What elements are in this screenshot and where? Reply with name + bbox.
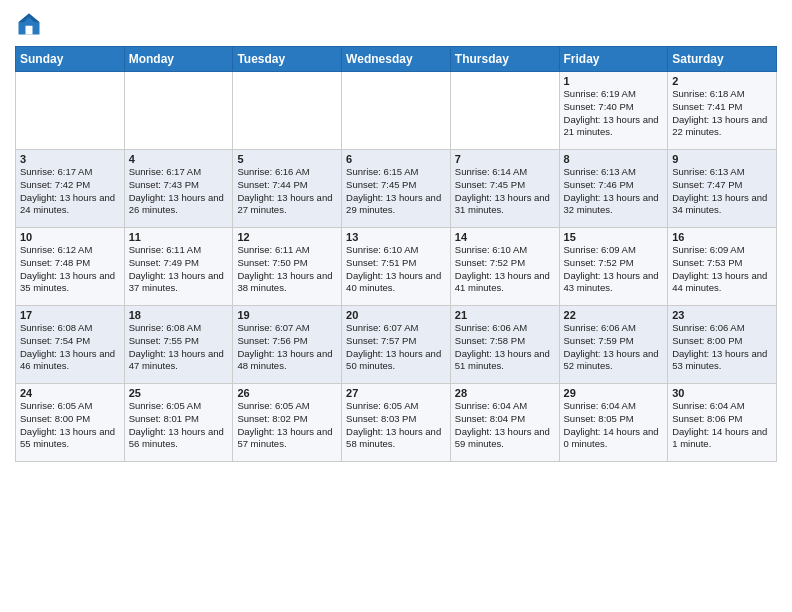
day-info: Sunrise: 6:10 AM Sunset: 7:52 PM Dayligh… [455, 244, 555, 295]
col-header-sunday: Sunday [16, 47, 125, 72]
week-row-2: 3Sunrise: 6:17 AM Sunset: 7:42 PM Daylig… [16, 150, 777, 228]
header-row: SundayMondayTuesdayWednesdayThursdayFrid… [16, 47, 777, 72]
calendar-cell [233, 72, 342, 150]
day-info: Sunrise: 6:17 AM Sunset: 7:43 PM Dayligh… [129, 166, 229, 217]
calendar-cell: 23Sunrise: 6:06 AM Sunset: 8:00 PM Dayli… [668, 306, 777, 384]
calendar-cell: 27Sunrise: 6:05 AM Sunset: 8:03 PM Dayli… [342, 384, 451, 462]
day-number: 10 [20, 231, 120, 243]
col-header-wednesday: Wednesday [342, 47, 451, 72]
col-header-monday: Monday [124, 47, 233, 72]
day-info: Sunrise: 6:19 AM Sunset: 7:40 PM Dayligh… [564, 88, 664, 139]
day-info: Sunrise: 6:04 AM Sunset: 8:04 PM Dayligh… [455, 400, 555, 451]
logo-icon [15, 10, 43, 38]
day-info: Sunrise: 6:06 AM Sunset: 7:59 PM Dayligh… [564, 322, 664, 373]
calendar-cell [450, 72, 559, 150]
header [15, 10, 777, 38]
day-info: Sunrise: 6:05 AM Sunset: 8:01 PM Dayligh… [129, 400, 229, 451]
day-number: 6 [346, 153, 446, 165]
day-info: Sunrise: 6:08 AM Sunset: 7:55 PM Dayligh… [129, 322, 229, 373]
day-info: Sunrise: 6:15 AM Sunset: 7:45 PM Dayligh… [346, 166, 446, 217]
week-row-4: 17Sunrise: 6:08 AM Sunset: 7:54 PM Dayli… [16, 306, 777, 384]
calendar-cell [124, 72, 233, 150]
week-row-1: 1Sunrise: 6:19 AM Sunset: 7:40 PM Daylig… [16, 72, 777, 150]
calendar-cell: 3Sunrise: 6:17 AM Sunset: 7:42 PM Daylig… [16, 150, 125, 228]
day-info: Sunrise: 6:09 AM Sunset: 7:52 PM Dayligh… [564, 244, 664, 295]
week-row-5: 24Sunrise: 6:05 AM Sunset: 8:00 PM Dayli… [16, 384, 777, 462]
day-number: 30 [672, 387, 772, 399]
day-info: Sunrise: 6:10 AM Sunset: 7:51 PM Dayligh… [346, 244, 446, 295]
day-info: Sunrise: 6:11 AM Sunset: 7:49 PM Dayligh… [129, 244, 229, 295]
calendar-cell: 26Sunrise: 6:05 AM Sunset: 8:02 PM Dayli… [233, 384, 342, 462]
calendar-cell: 10Sunrise: 6:12 AM Sunset: 7:48 PM Dayli… [16, 228, 125, 306]
calendar-cell: 15Sunrise: 6:09 AM Sunset: 7:52 PM Dayli… [559, 228, 668, 306]
day-info: Sunrise: 6:07 AM Sunset: 7:57 PM Dayligh… [346, 322, 446, 373]
day-number: 5 [237, 153, 337, 165]
day-info: Sunrise: 6:07 AM Sunset: 7:56 PM Dayligh… [237, 322, 337, 373]
col-header-friday: Friday [559, 47, 668, 72]
day-number: 21 [455, 309, 555, 321]
day-number: 20 [346, 309, 446, 321]
day-number: 7 [455, 153, 555, 165]
day-info: Sunrise: 6:14 AM Sunset: 7:45 PM Dayligh… [455, 166, 555, 217]
day-info: Sunrise: 6:05 AM Sunset: 8:00 PM Dayligh… [20, 400, 120, 451]
calendar-cell: 18Sunrise: 6:08 AM Sunset: 7:55 PM Dayli… [124, 306, 233, 384]
day-info: Sunrise: 6:18 AM Sunset: 7:41 PM Dayligh… [672, 88, 772, 139]
day-info: Sunrise: 6:05 AM Sunset: 8:03 PM Dayligh… [346, 400, 446, 451]
calendar-cell: 25Sunrise: 6:05 AM Sunset: 8:01 PM Dayli… [124, 384, 233, 462]
day-number: 13 [346, 231, 446, 243]
day-number: 23 [672, 309, 772, 321]
svg-rect-2 [26, 26, 33, 35]
day-info: Sunrise: 6:04 AM Sunset: 8:05 PM Dayligh… [564, 400, 664, 451]
page-container: SundayMondayTuesdayWednesdayThursdayFrid… [0, 0, 792, 472]
day-info: Sunrise: 6:06 AM Sunset: 7:58 PM Dayligh… [455, 322, 555, 373]
col-header-saturday: Saturday [668, 47, 777, 72]
day-info: Sunrise: 6:09 AM Sunset: 7:53 PM Dayligh… [672, 244, 772, 295]
calendar-cell: 19Sunrise: 6:07 AM Sunset: 7:56 PM Dayli… [233, 306, 342, 384]
calendar-cell: 4Sunrise: 6:17 AM Sunset: 7:43 PM Daylig… [124, 150, 233, 228]
day-number: 28 [455, 387, 555, 399]
day-number: 4 [129, 153, 229, 165]
day-number: 19 [237, 309, 337, 321]
day-number: 12 [237, 231, 337, 243]
calendar-cell: 6Sunrise: 6:15 AM Sunset: 7:45 PM Daylig… [342, 150, 451, 228]
calendar-cell: 14Sunrise: 6:10 AM Sunset: 7:52 PM Dayli… [450, 228, 559, 306]
day-number: 14 [455, 231, 555, 243]
day-number: 9 [672, 153, 772, 165]
calendar-cell: 22Sunrise: 6:06 AM Sunset: 7:59 PM Dayli… [559, 306, 668, 384]
day-number: 1 [564, 75, 664, 87]
calendar-cell: 16Sunrise: 6:09 AM Sunset: 7:53 PM Dayli… [668, 228, 777, 306]
day-info: Sunrise: 6:13 AM Sunset: 7:47 PM Dayligh… [672, 166, 772, 217]
week-row-3: 10Sunrise: 6:12 AM Sunset: 7:48 PM Dayli… [16, 228, 777, 306]
day-number: 2 [672, 75, 772, 87]
calendar-cell: 24Sunrise: 6:05 AM Sunset: 8:00 PM Dayli… [16, 384, 125, 462]
calendar-cell: 30Sunrise: 6:04 AM Sunset: 8:06 PM Dayli… [668, 384, 777, 462]
calendar-cell: 20Sunrise: 6:07 AM Sunset: 7:57 PM Dayli… [342, 306, 451, 384]
calendar-cell: 28Sunrise: 6:04 AM Sunset: 8:04 PM Dayli… [450, 384, 559, 462]
calendar-cell: 11Sunrise: 6:11 AM Sunset: 7:49 PM Dayli… [124, 228, 233, 306]
day-number: 17 [20, 309, 120, 321]
day-info: Sunrise: 6:08 AM Sunset: 7:54 PM Dayligh… [20, 322, 120, 373]
calendar-cell: 12Sunrise: 6:11 AM Sunset: 7:50 PM Dayli… [233, 228, 342, 306]
calendar-cell: 29Sunrise: 6:04 AM Sunset: 8:05 PM Dayli… [559, 384, 668, 462]
day-number: 24 [20, 387, 120, 399]
day-info: Sunrise: 6:16 AM Sunset: 7:44 PM Dayligh… [237, 166, 337, 217]
day-number: 18 [129, 309, 229, 321]
day-number: 25 [129, 387, 229, 399]
day-info: Sunrise: 6:11 AM Sunset: 7:50 PM Dayligh… [237, 244, 337, 295]
calendar-cell: 2Sunrise: 6:18 AM Sunset: 7:41 PM Daylig… [668, 72, 777, 150]
calendar-cell: 17Sunrise: 6:08 AM Sunset: 7:54 PM Dayli… [16, 306, 125, 384]
day-number: 11 [129, 231, 229, 243]
calendar-cell: 9Sunrise: 6:13 AM Sunset: 7:47 PM Daylig… [668, 150, 777, 228]
calendar-cell: 21Sunrise: 6:06 AM Sunset: 7:58 PM Dayli… [450, 306, 559, 384]
calendar-cell: 1Sunrise: 6:19 AM Sunset: 7:40 PM Daylig… [559, 72, 668, 150]
calendar-cell: 8Sunrise: 6:13 AM Sunset: 7:46 PM Daylig… [559, 150, 668, 228]
day-info: Sunrise: 6:05 AM Sunset: 8:02 PM Dayligh… [237, 400, 337, 451]
day-number: 3 [20, 153, 120, 165]
day-number: 27 [346, 387, 446, 399]
calendar-cell [342, 72, 451, 150]
calendar-cell: 7Sunrise: 6:14 AM Sunset: 7:45 PM Daylig… [450, 150, 559, 228]
calendar-table: SundayMondayTuesdayWednesdayThursdayFrid… [15, 46, 777, 462]
calendar-cell [16, 72, 125, 150]
col-header-tuesday: Tuesday [233, 47, 342, 72]
day-number: 29 [564, 387, 664, 399]
